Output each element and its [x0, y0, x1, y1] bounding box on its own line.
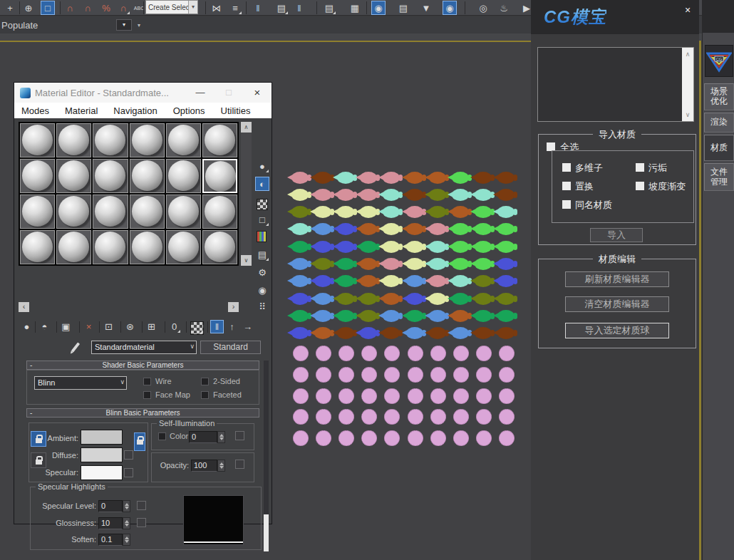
scroll-left-icon[interactable]: ‹	[19, 302, 29, 312]
diffuse-color-swatch[interactable]	[81, 447, 123, 462]
material-id-channel-icon[interactable]: 0	[167, 320, 181, 333]
cg-diamond-logo-icon[interactable]: CG	[705, 45, 733, 77]
teapot-object[interactable]	[360, 293, 377, 305]
teapot-object[interactable]	[497, 327, 515, 339]
self-illumination-spinner[interactable]	[217, 431, 225, 443]
teapot-object[interactable]	[452, 258, 469, 270]
material-sample-slot[interactable]	[202, 159, 237, 193]
soften-value[interactable]: 0.1	[98, 534, 123, 546]
teapot-object[interactable]	[314, 258, 331, 270]
scrollbar-thumb[interactable]	[264, 514, 269, 551]
teapot-object[interactable]	[360, 241, 377, 253]
material-list-box[interactable]: ∧ ∨	[537, 47, 694, 122]
menu-options[interactable]: Options	[173, 105, 205, 116]
sphere-object[interactable]	[453, 367, 469, 383]
material-sample-slot[interactable]	[166, 195, 201, 229]
teapot-object[interactable]	[337, 310, 354, 322]
teapot-object[interactable]	[291, 223, 309, 235]
teapot-object[interactable]	[383, 206, 400, 218]
teapot-object[interactable]	[314, 293, 331, 305]
faceted-checkbox[interactable]	[201, 391, 209, 399]
material-sample-slot[interactable]	[20, 230, 55, 264]
opacity-value[interactable]: 100	[191, 460, 217, 472]
select-and-move-icon[interactable]: +	[3, 1, 17, 15]
put-material-to-scene-icon[interactable]: ◓	[38, 320, 51, 333]
material-sample-slot[interactable]	[202, 195, 237, 229]
tab-file-manage[interactable]: 文件 管理	[704, 163, 734, 191]
sphere-object[interactable]	[499, 430, 515, 446]
face-map-checkbox[interactable]	[143, 391, 151, 399]
material-sample-slot[interactable]	[56, 123, 91, 157]
layer-manager-icon[interactable]: ▤	[322, 1, 336, 15]
sphere-object[interactable]	[453, 388, 469, 404]
teapot-object[interactable]	[475, 206, 492, 218]
ribbon-caret-icon[interactable]: ▾	[138, 22, 140, 28]
teapot-object[interactable]	[406, 327, 423, 339]
teapot-object[interactable]	[314, 206, 331, 218]
soften-spinner[interactable]	[123, 534, 130, 546]
sphere-object[interactable]	[293, 346, 309, 361]
gradient-ramp-checkbox[interactable]	[636, 182, 644, 190]
sample-slots-scrollbar[interactable]: ∧ ∨	[241, 122, 252, 266]
material-sample-slot[interactable]	[130, 230, 165, 264]
teapot-object[interactable]	[497, 293, 515, 305]
teapot-object[interactable]	[429, 275, 446, 287]
render-setup-icon[interactable]: ▤	[396, 1, 410, 15]
teapot-object[interactable]	[337, 223, 354, 235]
sphere-object[interactable]	[430, 367, 446, 383]
teapot-object[interactable]	[429, 310, 446, 322]
material-sample-slot[interactable]	[93, 195, 128, 229]
teapot-object[interactable]	[360, 275, 377, 287]
collapse-icon[interactable]: -	[30, 409, 32, 417]
material-sample-slot[interactable]	[202, 230, 237, 264]
teapot-object[interactable]	[475, 223, 492, 235]
material-sample-slot[interactable]	[56, 159, 91, 193]
glossiness-value[interactable]: 10	[98, 517, 123, 529]
teapot-object[interactable]	[314, 241, 331, 253]
teapot-object[interactable]	[383, 293, 400, 305]
teapot-object[interactable]	[429, 241, 446, 253]
material-sample-slot[interactable]	[56, 195, 91, 229]
teapot-object[interactable]	[383, 223, 400, 235]
put-to-library-icon[interactable]: ⊞	[145, 320, 158, 333]
teapot-object[interactable]	[291, 293, 309, 305]
percent-snap-icon[interactable]: %	[99, 1, 113, 15]
self-illumination-value[interactable]: 0	[189, 431, 217, 443]
teapot-object[interactable]	[291, 206, 309, 218]
get-material-icon[interactable]: ●	[20, 320, 33, 333]
two-sided-checkbox[interactable]	[201, 378, 209, 385]
maximize-button[interactable]: □	[218, 83, 239, 103]
sphere-object[interactable]	[361, 409, 377, 425]
teapot-object[interactable]	[475, 241, 492, 253]
teapot-object[interactable]	[337, 258, 354, 270]
teapot-object[interactable]	[337, 275, 354, 287]
scroll-down-icon[interactable]: ∨	[241, 255, 252, 266]
toggle-scene-explorer-icon[interactable]: ‖	[251, 1, 265, 15]
material-map-navigator-icon[interactable]: ⠿	[255, 299, 269, 313]
teapot-object[interactable]	[383, 327, 400, 339]
ambient-color-swatch[interactable]	[81, 430, 123, 445]
teapot-object[interactable]	[406, 275, 423, 287]
sphere-object[interactable]	[361, 388, 377, 404]
teapot-object[interactable]	[291, 172, 309, 184]
combo-chevron-icon[interactable]: ∨	[120, 378, 125, 385]
self-illumination-map-button[interactable]	[235, 431, 244, 440]
video-color-check-icon[interactable]	[257, 231, 267, 242]
rollout-shader-basic-header[interactable]: - Shader Basic Parameters	[26, 361, 259, 370]
graphite-tools-icon[interactable]: ▦	[348, 1, 362, 15]
sphere-object[interactable]	[476, 430, 492, 446]
teapot-object[interactable]	[452, 275, 469, 287]
list-scroll-down-icon[interactable]: ∨	[682, 111, 693, 118]
render-production-icon[interactable]: ◉	[443, 1, 457, 15]
teapot-object[interactable]	[429, 206, 446, 218]
material-sample-slot[interactable]	[130, 123, 165, 157]
material-sample-slot[interactable]	[130, 159, 165, 193]
teapot-object[interactable]	[429, 327, 446, 339]
sphere-object[interactable]	[408, 388, 423, 404]
sphere-object[interactable]	[338, 367, 354, 383]
sphere-object[interactable]	[338, 346, 354, 361]
material-editor-icon[interactable]: ◉	[371, 1, 386, 15]
teapot-object[interactable]	[497, 189, 515, 201]
teapot-object[interactable]	[383, 172, 400, 184]
teapot-object[interactable]	[497, 258, 515, 270]
